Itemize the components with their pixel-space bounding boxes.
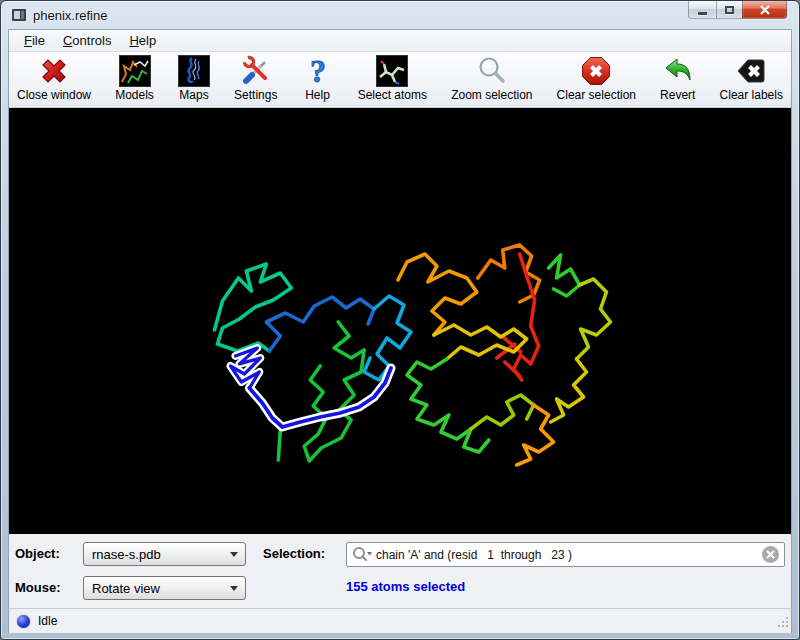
selection-searchbox (346, 542, 785, 567)
toolbar-button-settings[interactable]: Settings (234, 55, 277, 102)
svg-text:?: ? (310, 55, 326, 87)
atoms-selected-status: 155 atoms selected (346, 579, 465, 594)
mouse-dropdown-value: Rotate view (92, 581, 160, 596)
window-controls (688, 0, 787, 19)
search-icon[interactable] (347, 546, 376, 563)
toolbar-label: Models (115, 88, 154, 102)
maximize-icon (725, 6, 734, 14)
toolbar: Close window Models (9, 52, 791, 108)
toolbar-label: Close window (17, 88, 91, 102)
toolbar-button-revert[interactable]: Revert (660, 55, 695, 102)
mouse-dropdown[interactable]: Rotate view (83, 576, 246, 600)
selection-input[interactable] (376, 543, 762, 566)
clear-selection-icon (580, 55, 612, 87)
help-icon: ? (302, 55, 334, 87)
controls-panel: Object: rnase-s.pdb Selection: (9, 534, 791, 608)
status-indicator-icon (17, 615, 30, 628)
toolbar-label: Revert (660, 88, 695, 102)
toolbar-button-clear-labels[interactable]: Clear labels (720, 55, 783, 102)
clear-search-icon[interactable] (762, 546, 779, 563)
menu-file[interactable]: File (15, 31, 54, 50)
window-title: phenix.refine (33, 8, 107, 23)
toolbar-label: Clear selection (557, 88, 636, 102)
toolbar-label: Maps (179, 88, 208, 102)
menu-controls[interactable]: Controls (54, 31, 120, 50)
window-icon (11, 7, 27, 23)
toolbar-button-help[interactable]: ? Help (302, 55, 334, 102)
revert-icon (662, 55, 694, 87)
toolbar-button-clear-selection[interactable]: Clear selection (557, 55, 636, 102)
status-bar: Idle (9, 608, 791, 633)
maximize-button[interactable] (716, 0, 743, 19)
object-label: Object: (15, 546, 60, 561)
maps-icon (178, 55, 210, 87)
toolbar-button-select-atoms[interactable]: Select atoms (358, 55, 427, 102)
toolbar-label: Settings (234, 88, 277, 102)
object-dropdown[interactable]: rnase-s.pdb (83, 542, 246, 566)
toolbar-button-maps[interactable]: Maps (178, 55, 210, 102)
toolbar-label: Clear labels (720, 88, 783, 102)
molecule-render (9, 108, 791, 534)
molecule-viewport[interactable] (9, 108, 791, 534)
selection-label: Selection: (263, 546, 325, 561)
zoom-selection-icon (476, 55, 508, 87)
toolbar-button-models[interactable]: Models (115, 55, 154, 102)
menu-help[interactable]: Help (120, 31, 165, 50)
toolbar-label: Zoom selection (451, 88, 532, 102)
minimize-button[interactable] (688, 0, 717, 19)
clear-labels-icon (735, 55, 767, 87)
close-window-icon (38, 55, 70, 87)
client-area: File Controls Help Close window (8, 29, 792, 633)
toolbar-button-zoom-selection[interactable]: Zoom selection (451, 55, 532, 102)
toolbar-button-close-window[interactable]: Close window (17, 55, 91, 102)
menu-bar: File Controls Help (9, 30, 791, 52)
status-text: Idle (38, 614, 57, 628)
toolbar-label: Help (305, 88, 330, 102)
select-atoms-icon (376, 55, 408, 87)
chevron-down-icon (230, 586, 238, 591)
close-icon (759, 5, 771, 15)
toolbar-label: Select atoms (358, 88, 427, 102)
resize-grip[interactable] (777, 616, 789, 631)
object-dropdown-value: rnase-s.pdb (92, 547, 161, 562)
close-button[interactable] (742, 0, 787, 19)
settings-icon (240, 55, 272, 87)
app-window: phenix.refine File Controls Help (0, 0, 800, 640)
minimize-icon (698, 12, 707, 15)
title-bar[interactable]: phenix.refine (1, 1, 799, 29)
chevron-down-icon (230, 552, 238, 557)
models-icon (119, 55, 151, 87)
mouse-label: Mouse: (15, 580, 61, 595)
